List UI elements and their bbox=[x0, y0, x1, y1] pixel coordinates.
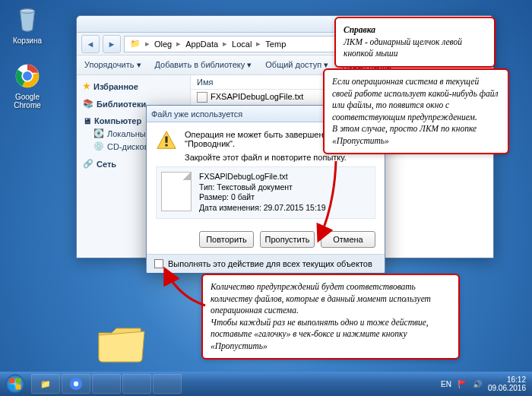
file-name: FXSAPIDebugLogFile.txt bbox=[199, 172, 325, 182]
retry-button[interactable]: Повторить bbox=[199, 231, 254, 248]
dialog-title: Файл уже используется bbox=[151, 109, 242, 119]
add-library-menu[interactable]: Добавить в библиотеку ▾ bbox=[155, 60, 252, 70]
breadcrumb-item[interactable]: AppData bbox=[183, 40, 220, 49]
col-name[interactable]: Имя bbox=[191, 75, 328, 89]
chrome-icon bbox=[12, 61, 43, 91]
dialog-checkbox-row: Выполнять это действие для всех текущих … bbox=[147, 254, 385, 273]
disk-icon: 💽 bbox=[93, 128, 104, 138]
system-tray: EN 🚩 🔊 16:12 09.06.2016 bbox=[435, 375, 532, 392]
taskbar-item[interactable] bbox=[153, 374, 182, 394]
callout-help: Справка ЛКМ - одинарный щелчок левой кно… bbox=[334, 17, 496, 68]
callout-skip: Если операционная система в текущей свое… bbox=[323, 68, 509, 154]
sidebar-favorites[interactable]: ★Избранное bbox=[77, 80, 190, 93]
svg-point-13 bbox=[74, 382, 78, 386]
nav-back-button[interactable]: ◄ bbox=[81, 35, 100, 53]
tray-language[interactable]: EN bbox=[441, 380, 451, 388]
cancel-button[interactable]: Отмена bbox=[321, 231, 375, 248]
file-size: Размер: 0 байт bbox=[199, 192, 325, 203]
tray-flag-icon[interactable]: 🚩 bbox=[458, 380, 467, 388]
svg-rect-5 bbox=[165, 136, 167, 142]
taskbar-item-chrome[interactable] bbox=[62, 374, 90, 394]
taskbar-item-explorer[interactable]: 📁 bbox=[31, 374, 60, 394]
svg-rect-11 bbox=[16, 385, 21, 390]
dialog-file-info: FXSAPIDebugLogFile.txt Тип: Текстовый до… bbox=[156, 166, 375, 219]
organize-menu[interactable]: Упорядочить ▾ bbox=[84, 60, 141, 70]
callout-text: ЛКМ - одинарный щелчок левой кнопкой мыш… bbox=[344, 37, 462, 59]
callout-text: Количество предупреждений будет соответс… bbox=[211, 282, 431, 350]
folder-icon: 📁 bbox=[40, 379, 51, 389]
library-icon: 📚 bbox=[83, 99, 93, 109]
callout-heading: Справка bbox=[344, 25, 375, 34]
desktop-icon-recycle[interactable]: Корзина bbox=[5, 5, 50, 45]
folder-preview-icon bbox=[95, 324, 148, 366]
computer-icon: 🖥 bbox=[83, 116, 91, 125]
breadcrumb-item[interactable]: Oleg bbox=[152, 40, 174, 49]
svg-rect-6 bbox=[165, 144, 167, 147]
cd-icon: 💿 bbox=[93, 141, 104, 151]
breadcrumb-folder-icon: 📁 bbox=[128, 39, 143, 49]
taskbar-item[interactable] bbox=[92, 374, 121, 394]
text-file-icon bbox=[197, 92, 207, 103]
svg-rect-9 bbox=[16, 379, 21, 384]
callout-text: Если операционная система в текущей свое… bbox=[332, 77, 498, 145]
network-icon: 🔗 bbox=[83, 159, 93, 169]
apply-all-checkbox[interactable] bbox=[154, 259, 163, 268]
start-button[interactable] bbox=[0, 372, 30, 396]
star-icon: ★ bbox=[83, 81, 90, 91]
document-icon bbox=[161, 172, 192, 211]
tray-clock[interactable]: 16:12 09.06.2016 bbox=[488, 375, 526, 392]
file-date: Дата изменения: 29.07.2015 15:19 bbox=[199, 203, 325, 214]
desktop-icon-label: Корзина bbox=[13, 36, 42, 45]
recycle-bin-icon bbox=[12, 5, 43, 35]
breadcrumb-item[interactable]: Temp bbox=[263, 40, 288, 49]
nav-forward-button[interactable]: ► bbox=[103, 35, 121, 53]
warning-icon bbox=[156, 130, 177, 151]
checkbox-label: Выполнять это действие для всех текущих … bbox=[168, 259, 372, 268]
svg-point-7 bbox=[6, 375, 24, 393]
file-type: Тип: Текстовый документ bbox=[199, 182, 325, 193]
skip-button[interactable]: Пропустить bbox=[260, 231, 315, 248]
callout-checkbox: Количество предупреждений будет соответс… bbox=[201, 274, 460, 360]
taskbar: 📁 EN 🚩 🔊 16:12 09.06.2016 bbox=[0, 372, 532, 396]
desktop-icon-label: Google Chrome bbox=[14, 93, 41, 109]
svg-rect-10 bbox=[10, 385, 15, 390]
breadcrumb-item[interactable]: Local bbox=[230, 40, 254, 49]
share-menu[interactable]: Общий доступ ▾ bbox=[265, 60, 328, 70]
svg-rect-8 bbox=[10, 379, 15, 384]
tray-volume-icon[interactable]: 🔊 bbox=[473, 380, 482, 388]
taskbar-item[interactable] bbox=[122, 374, 151, 394]
desktop-icon-chrome[interactable]: Google Chrome bbox=[5, 61, 50, 109]
